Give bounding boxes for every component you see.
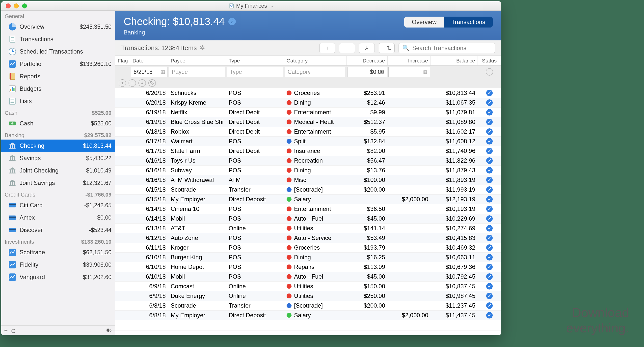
sidebar-item-reports[interactable]: Reports: [1, 70, 115, 83]
sidebar-item-citi[interactable]: Citi Card -$1,242.65: [1, 199, 115, 211]
table-row[interactable]: 6/15/18ScottradeTransfer[Scottrade]$200.…: [115, 185, 501, 195]
status-check-icon[interactable]: [486, 157, 493, 164]
mini-add-icon[interactable]: +: [119, 79, 126, 87]
status-check-icon[interactable]: [486, 119, 493, 125]
status-check-icon[interactable]: [486, 128, 493, 135]
entry-payee[interactable]: Payee≡: [169, 67, 226, 77]
table-row[interactable]: 6/16/18ATM WithdrawalATMMisc$100.00$11,8…: [115, 175, 501, 185]
sidebar-item-cash[interactable]: Cash $525.00: [1, 117, 115, 130]
status-check-icon[interactable]: [486, 196, 493, 202]
col-flag[interactable]: Flag: [115, 56, 130, 66]
table-row[interactable]: 6/14/18MobilPOSAuto - Fuel$45.00$10,229.…: [115, 214, 501, 224]
mini-remove-icon[interactable]: −: [128, 79, 136, 87]
entry-type[interactable]: Type≡: [227, 67, 283, 77]
remove-transaction-button[interactable]: −: [339, 43, 355, 53]
sidebar-item-lists[interactable]: Lists: [1, 95, 115, 107]
sidebar-item-transactions[interactable]: Transactions: [1, 33, 115, 45]
search-field[interactable]: 🔍: [398, 43, 495, 53]
table-row[interactable]: 6/10/18Burger KingPOSDining$16.25$10,663…: [115, 253, 501, 262]
zoom-button[interactable]: [22, 4, 27, 9]
table-row[interactable]: 6/15/18My EmployerDirect DepositSalary$2…: [115, 195, 501, 204]
table-row[interactable]: 6/19/18NetflixDirect DebitEntertainment$…: [115, 108, 501, 117]
table-row[interactable]: 6/11/18KrogerPOSGroceries$193.79$10,469.…: [115, 243, 501, 253]
status-check-icon[interactable]: [486, 215, 493, 222]
status-check-icon[interactable]: [486, 254, 493, 260]
status-check-icon[interactable]: [486, 99, 493, 106]
table-row[interactable]: 6/20/18Krispy KremePOSDining$12.46$11,06…: [115, 98, 501, 108]
sidebar-item-discover[interactable]: Discover -$523.44: [1, 224, 115, 236]
status-check-icon[interactable]: [486, 264, 493, 270]
calendar-icon[interactable]: ▦: [160, 69, 165, 75]
sidebar-item-budgets[interactable]: Budgets: [1, 83, 115, 95]
col-increase[interactable]: Increase: [388, 56, 431, 66]
status-check-icon[interactable]: [486, 312, 493, 318]
seg-transactions[interactable]: Transactions: [444, 17, 493, 28]
col-balance[interactable]: Balance: [431, 56, 478, 66]
mini-split-icon[interactable]: [138, 79, 146, 87]
status-check-icon[interactable]: [486, 225, 493, 231]
sidebar-item-amex[interactable]: Amex $0.00: [1, 211, 115, 224]
gear-icon[interactable]: ✲: [200, 44, 205, 52]
entry-increase[interactable]: ▦: [388, 67, 430, 77]
menu-icon[interactable]: ≡: [220, 69, 223, 75]
table-row[interactable]: 6/9/18ComcastOnlineUtilities$150.00$10,8…: [115, 281, 501, 291]
sidebar-item-scottrade[interactable]: Scottrade $62,151.50: [1, 246, 115, 258]
sidebar-item-savings[interactable]: Savings $5,430.22: [1, 152, 115, 164]
table-row[interactable]: 6/14/18Cinema 10POSEntertainment$36.50$1…: [115, 204, 501, 214]
table-row[interactable]: 6/16/18Toys r UsPOSRecreation$56.47$11,8…: [115, 156, 501, 166]
table-row[interactable]: 6/8/18ScottradeTransfer[Scottrade]$200.0…: [115, 301, 501, 310]
status-check-icon[interactable]: [486, 138, 493, 145]
sidebar-item-joint-checking[interactable]: Joint Checking $1,010.49: [1, 164, 115, 177]
status-toggle[interactable]: [486, 68, 493, 76]
menu-icon[interactable]: ≡: [340, 69, 344, 75]
search-input[interactable]: [412, 45, 492, 52]
table-row[interactable]: 6/9/18Duke EnergyOnlineUtilities$250.00$…: [115, 291, 501, 301]
sidebar-item-overview[interactable]: Overview $245,351.50: [1, 21, 115, 33]
col-decrease[interactable]: Decrease: [346, 56, 388, 66]
status-check-icon[interactable]: [486, 206, 493, 212]
table-row[interactable]: 6/18/18RobloxDirect DebitEntertainment$5…: [115, 127, 501, 137]
close-button[interactable]: [6, 4, 11, 9]
status-check-icon[interactable]: [486, 244, 493, 251]
table-row[interactable]: 6/20/18SchnucksPOSGroceries$253.91$10,81…: [115, 88, 501, 98]
add-transaction-button[interactable]: +: [319, 43, 335, 53]
table-row[interactable]: 6/17/18State FarmDirect DebitInsurance$8…: [115, 146, 501, 156]
window-title[interactable]: My Finances ⌄: [228, 3, 274, 9]
split-button[interactable]: [359, 43, 375, 53]
table-row[interactable]: 6/19/18Blue Cross Blue ShiDirect DebitMe…: [115, 117, 501, 127]
status-check-icon[interactable]: [486, 273, 493, 280]
col-type[interactable]: Type: [226, 56, 284, 66]
sidebar-item-checking[interactable]: Checking $10,813.44: [1, 140, 115, 152]
status-check-icon[interactable]: [486, 186, 493, 193]
menu-icon[interactable]: ≡: [278, 69, 281, 75]
table-row[interactable]: 6/12/18Auto ZonePOSAuto - Service$53.49$…: [115, 233, 501, 243]
add-icon[interactable]: +: [4, 327, 8, 334]
table-row[interactable]: 6/13/18AT&TOnlineUtilities$141.14$10,274…: [115, 224, 501, 233]
table-row[interactable]: 6/8/18My EmployerDirect DepositSalary$2,…: [115, 310, 501, 320]
table-row[interactable]: 6/10/18Home DepotPOSRepairs$113.09$10,67…: [115, 262, 501, 272]
status-check-icon[interactable]: [486, 109, 493, 116]
mini-tag-icon[interactable]: [148, 79, 156, 87]
entry-date[interactable]: 6/20/18▦: [131, 67, 168, 77]
status-check-icon[interactable]: [486, 148, 493, 154]
minimize-button[interactable]: [14, 4, 19, 9]
sidebar-item-vanguard[interactable]: Vanguard $31,202.60: [1, 271, 115, 283]
entry-category[interactable]: Category≡: [285, 67, 346, 77]
status-check-icon[interactable]: [486, 302, 493, 309]
sidebar-item-portfolio[interactable]: Portfolio $133,260.10: [1, 58, 115, 70]
col-status[interactable]: Status: [478, 56, 501, 66]
entry-decrease[interactable]: $0.00▦: [347, 67, 387, 77]
status-check-icon[interactable]: [486, 177, 493, 183]
seg-overview[interactable]: Overview: [404, 17, 444, 28]
col-category[interactable]: Category: [284, 56, 346, 66]
sidebar-item-fidelity[interactable]: Fidelity $39,906.00: [1, 258, 115, 271]
calculator-icon[interactable]: ▦: [380, 69, 385, 75]
table-row[interactable]: 6/16/18SubwayPOSDining$13.76$11,879.43: [115, 166, 501, 175]
status-check-icon[interactable]: [486, 293, 493, 299]
expand-icon[interactable]: ▢: [11, 328, 15, 333]
sidebar-item-scheduled[interactable]: Scheduled Transactions: [1, 45, 115, 58]
calculator-icon[interactable]: ▦: [423, 69, 428, 75]
info-icon[interactable]: i: [228, 18, 236, 25]
sidebar-item-joint-savings[interactable]: Joint Savings $12,321.67: [1, 177, 115, 189]
status-check-icon[interactable]: [486, 235, 493, 241]
